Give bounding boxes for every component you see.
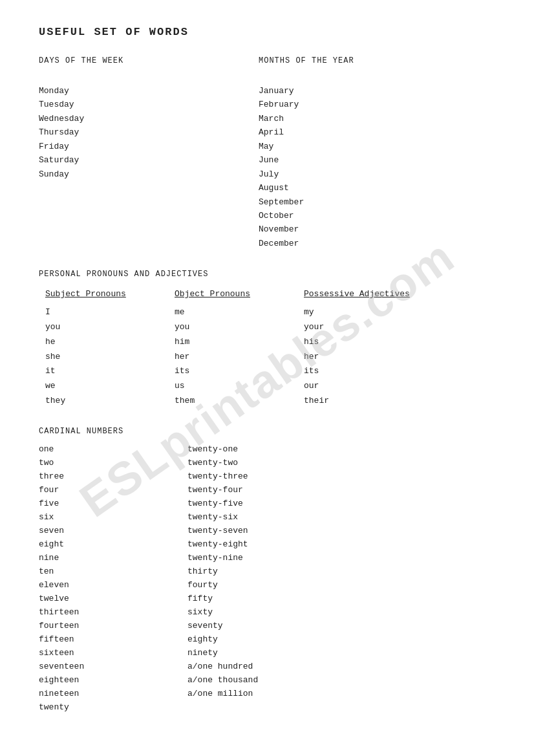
list-item: they: [45, 394, 175, 409]
pronouns-section: PERSONAL PRONOUNS AND ADJECTIVES Subject…: [39, 270, 495, 408]
list-item: seventeen: [39, 660, 187, 673]
list-item: ninety: [187, 646, 495, 660]
list-item: eleven: [39, 578, 187, 592]
list-item: sixteen: [39, 646, 187, 660]
list-item: me: [175, 305, 304, 320]
list-item: Wednesday: [39, 112, 259, 125]
days-column: DAYS OF THE WEEK MondayTuesdayWednesdayT…: [39, 56, 259, 250]
list-item: eighteen: [39, 673, 187, 687]
list-item: April: [259, 125, 495, 139]
list-item: three: [39, 470, 187, 483]
list-item: twenty-nine: [187, 551, 495, 565]
list-item: February: [259, 98, 495, 111]
list-item: them: [175, 394, 304, 409]
list-item: you: [175, 320, 304, 335]
list-item: twenty-six: [187, 510, 495, 524]
list-item: he: [45, 335, 175, 350]
list-item: Friday: [39, 140, 259, 153]
list-item: a/one hundred: [187, 660, 495, 673]
list-item: her: [175, 350, 304, 365]
page-title: USEFUL SET OF WORDS: [39, 26, 495, 38]
list-item: you: [45, 320, 175, 335]
list-item: July: [259, 167, 495, 181]
days-list: MondayTuesdayWednesdayThursdayFridaySatu…: [39, 84, 259, 181]
list-item: seven: [39, 524, 187, 537]
list-item: June: [259, 153, 495, 167]
list-item: eight: [39, 537, 187, 551]
list-item: my: [304, 305, 433, 320]
object-pronouns-col: Object Pronouns meyouhimheritsusthem: [175, 289, 304, 408]
list-item: five: [39, 497, 187, 510]
subject-list: Iyouhesheitwethey: [45, 305, 175, 408]
list-item: a/one thousand: [187, 673, 495, 687]
list-item: we: [45, 379, 175, 394]
list-item: her: [304, 350, 433, 365]
list-item: October: [259, 209, 495, 222]
object-header: Object Pronouns: [175, 289, 304, 299]
list-item: it: [45, 364, 175, 379]
pronouns-table: Subject Pronouns Iyouhesheitwethey Objec…: [39, 289, 495, 408]
list-item: August: [259, 181, 495, 195]
list-item: its: [304, 364, 433, 379]
list-item: our: [304, 379, 433, 394]
list-item: nineteen: [39, 687, 187, 700]
list-item: thirteen: [39, 605, 187, 619]
list-item: eighty: [187, 632, 495, 646]
list-item: twenty-two: [187, 456, 495, 470]
list-item: ten: [39, 565, 187, 578]
list-item: September: [259, 195, 495, 209]
list-item: twelve: [39, 592, 187, 605]
days-label: DAYS OF THE WEEK: [39, 56, 259, 65]
list-item: us: [175, 379, 304, 394]
list-item: four: [39, 483, 187, 497]
list-item: seventy: [187, 619, 495, 632]
list-item: May: [259, 140, 495, 153]
list-item: twenty-three: [187, 470, 495, 483]
months-list: JanuaryFebruaryMarchAprilMayJuneJulyAugu…: [259, 84, 495, 250]
numbers-right-list: twenty-onetwenty-twotwenty-threetwenty-f…: [187, 442, 495, 701]
list-item: twenty-eight: [187, 537, 495, 551]
object-list: meyouhimheritsusthem: [175, 305, 304, 408]
pronouns-label: PERSONAL PRONOUNS AND ADJECTIVES: [39, 270, 495, 279]
possessive-adj-col: Possessive Adjectives myyourhisheritsour…: [304, 289, 433, 408]
list-item: Monday: [39, 84, 259, 98]
list-item: I: [45, 305, 175, 320]
list-item: March: [259, 112, 495, 125]
numbers-right-col: twenty-onetwenty-twotwenty-threetwenty-f…: [187, 442, 495, 715]
list-item: twenty-five: [187, 497, 495, 510]
subject-header: Subject Pronouns: [45, 289, 175, 299]
list-item: Sunday: [39, 167, 259, 181]
list-item: six: [39, 510, 187, 524]
list-item: January: [259, 84, 495, 98]
list-item: twenty-seven: [187, 524, 495, 537]
list-item: thirty: [187, 565, 495, 578]
list-item: fifty: [187, 592, 495, 605]
months-column: MONTHS OF THE YEAR JanuaryFebruaryMarchA…: [259, 56, 495, 250]
list-item: fourteen: [39, 619, 187, 632]
list-item: twenty-four: [187, 483, 495, 497]
numbers-section: CARDINAL NUMBERS onetwothreefourfivesixs…: [39, 427, 495, 715]
list-item: its: [175, 364, 304, 379]
list-item: a/one million: [187, 687, 495, 700]
list-item: nine: [39, 551, 187, 565]
list-item: Thursday: [39, 125, 259, 139]
subject-pronouns-col: Subject Pronouns Iyouhesheitwethey: [45, 289, 175, 408]
numbers-label: CARDINAL NUMBERS: [39, 427, 495, 436]
list-item: twenty-one: [187, 442, 495, 456]
list-item: your: [304, 320, 433, 335]
list-item: Saturday: [39, 153, 259, 167]
list-item: his: [304, 335, 433, 350]
numbers-left-col: onetwothreefourfivesixseveneightninetene…: [39, 442, 187, 715]
list-item: Tuesday: [39, 98, 259, 111]
list-item: sixty: [187, 605, 495, 619]
list-item: fifteen: [39, 632, 187, 646]
possessive-list: myyourhisheritsourtheir: [304, 305, 433, 408]
list-item: one: [39, 442, 187, 456]
list-item: two: [39, 456, 187, 470]
months-label: MONTHS OF THE YEAR: [259, 56, 495, 65]
list-item: twenty: [39, 700, 187, 714]
list-item: she: [45, 350, 175, 365]
list-item: their: [304, 394, 433, 409]
numbers-left-list: onetwothreefourfivesixseveneightninetene…: [39, 442, 187, 715]
list-item: fourty: [187, 578, 495, 592]
